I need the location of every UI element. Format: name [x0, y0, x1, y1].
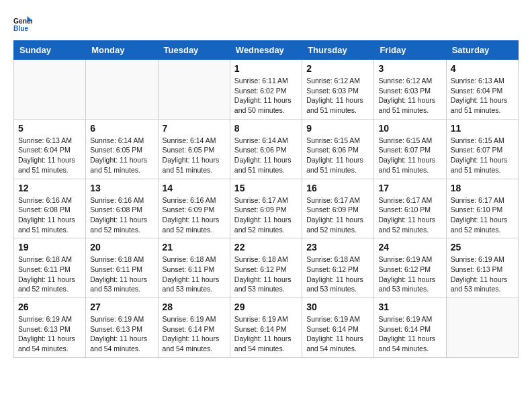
calendar-day-cell: 16Sunrise: 6:17 AM Sunset: 6:09 PM Dayli… — [302, 179, 374, 238]
day-info: Sunrise: 6:16 AM Sunset: 6:08 PM Dayligh… — [90, 195, 153, 235]
day-info: Sunrise: 6:13 AM Sunset: 6:04 PM Dayligh… — [18, 136, 81, 175]
day-number: 21 — [163, 242, 226, 253]
logo: General Blue — [13, 13, 35, 34]
day-info: Sunrise: 6:16 AM Sunset: 6:08 PM Dayligh… — [18, 195, 81, 235]
day-number: 19 — [18, 242, 81, 253]
calendar-week-row: 26Sunrise: 6:19 AM Sunset: 6:13 PM Dayli… — [14, 298, 519, 358]
day-info: Sunrise: 6:17 AM Sunset: 6:09 PM Dayligh… — [234, 195, 298, 235]
calendar-day-cell: 3Sunrise: 6:12 AM Sunset: 6:03 PM Daylig… — [374, 60, 446, 120]
calendar-table: SundayMondayTuesdayWednesdayThursdayFrid… — [13, 40, 519, 358]
calendar-day-cell: 14Sunrise: 6:16 AM Sunset: 6:09 PM Dayli… — [158, 179, 230, 238]
day-info: Sunrise: 6:14 AM Sunset: 6:06 PM Dayligh… — [234, 136, 298, 175]
day-info: Sunrise: 6:16 AM Sunset: 6:09 PM Dayligh… — [163, 195, 226, 235]
calendar-day-cell: 15Sunrise: 6:17 AM Sunset: 6:09 PM Dayli… — [230, 179, 302, 238]
day-info: Sunrise: 6:17 AM Sunset: 6:10 PM Dayligh… — [451, 195, 514, 235]
day-number: 17 — [378, 183, 441, 193]
calendar-day-cell: 31Sunrise: 6:19 AM Sunset: 6:14 PM Dayli… — [374, 298, 446, 358]
weekday-header-thursday: Thursday — [302, 41, 374, 60]
calendar-day-cell: 25Sunrise: 6:19 AM Sunset: 6:13 PM Dayli… — [446, 238, 518, 298]
calendar-day-cell — [86, 60, 158, 120]
day-number: 27 — [90, 302, 153, 312]
day-info: Sunrise: 6:15 AM Sunset: 6:06 PM Dayligh… — [306, 136, 369, 175]
day-info: Sunrise: 6:17 AM Sunset: 6:09 PM Dayligh… — [306, 195, 369, 235]
calendar-week-row: 5Sunrise: 6:13 AM Sunset: 6:04 PM Daylig… — [14, 119, 519, 179]
day-number: 28 — [163, 302, 226, 312]
day-info: Sunrise: 6:18 AM Sunset: 6:11 PM Dayligh… — [18, 255, 81, 294]
calendar-day-cell: 9Sunrise: 6:15 AM Sunset: 6:06 PM Daylig… — [302, 119, 374, 179]
day-number: 13 — [90, 183, 153, 193]
calendar-day-cell: 24Sunrise: 6:19 AM Sunset: 6:12 PM Dayli… — [374, 238, 446, 298]
page-header: General Blue — [13, 13, 519, 34]
weekday-header-sunday: Sunday — [14, 41, 86, 60]
day-number: 11 — [451, 123, 514, 134]
calendar-header-row: SundayMondayTuesdayWednesdayThursdayFrid… — [14, 41, 519, 60]
calendar-week-row: 19Sunrise: 6:18 AM Sunset: 6:11 PM Dayli… — [14, 238, 519, 298]
day-info: Sunrise: 6:19 AM Sunset: 6:14 PM Dayligh… — [378, 314, 441, 354]
day-info: Sunrise: 6:15 AM Sunset: 6:07 PM Dayligh… — [451, 136, 514, 175]
weekday-header-friday: Friday — [374, 41, 446, 60]
calendar-day-cell: 21Sunrise: 6:18 AM Sunset: 6:11 PM Dayli… — [158, 238, 230, 298]
weekday-header-saturday: Saturday — [446, 41, 518, 60]
calendar-day-cell: 18Sunrise: 6:17 AM Sunset: 6:10 PM Dayli… — [446, 179, 518, 238]
calendar-day-cell: 17Sunrise: 6:17 AM Sunset: 6:10 PM Dayli… — [374, 179, 446, 238]
day-info: Sunrise: 6:12 AM Sunset: 6:03 PM Dayligh… — [378, 76, 441, 116]
day-number: 7 — [163, 123, 226, 134]
day-info: Sunrise: 6:19 AM Sunset: 6:13 PM Dayligh… — [90, 314, 153, 354]
day-info: Sunrise: 6:18 AM Sunset: 6:12 PM Dayligh… — [306, 255, 369, 294]
day-number: 10 — [378, 123, 441, 134]
day-info: Sunrise: 6:12 AM Sunset: 6:03 PM Dayligh… — [306, 76, 369, 116]
day-number: 31 — [378, 302, 441, 312]
day-number: 26 — [18, 302, 81, 312]
day-info: Sunrise: 6:18 AM Sunset: 6:11 PM Dayligh… — [163, 255, 226, 294]
weekday-header-wednesday: Wednesday — [230, 41, 302, 60]
day-number: 30 — [306, 302, 369, 312]
day-info: Sunrise: 6:18 AM Sunset: 6:11 PM Dayligh… — [90, 255, 153, 294]
day-info: Sunrise: 6:14 AM Sunset: 6:05 PM Dayligh… — [90, 136, 153, 175]
calendar-day-cell: 5Sunrise: 6:13 AM Sunset: 6:04 PM Daylig… — [14, 119, 86, 179]
day-number: 14 — [163, 183, 226, 193]
day-info: Sunrise: 6:18 AM Sunset: 6:12 PM Dayligh… — [234, 255, 298, 294]
weekday-header-monday: Monday — [86, 41, 158, 60]
day-number: 18 — [451, 183, 514, 193]
calendar-day-cell: 11Sunrise: 6:15 AM Sunset: 6:07 PM Dayli… — [446, 119, 518, 179]
calendar-day-cell: 28Sunrise: 6:19 AM Sunset: 6:14 PM Dayli… — [158, 298, 230, 358]
calendar-day-cell: 30Sunrise: 6:19 AM Sunset: 6:14 PM Dayli… — [302, 298, 374, 358]
day-number: 22 — [234, 242, 298, 253]
day-info: Sunrise: 6:11 AM Sunset: 6:02 PM Dayligh… — [234, 76, 298, 116]
calendar-day-cell: 10Sunrise: 6:15 AM Sunset: 6:07 PM Dayli… — [374, 119, 446, 179]
calendar-day-cell: 27Sunrise: 6:19 AM Sunset: 6:13 PM Dayli… — [86, 298, 158, 358]
day-number: 24 — [378, 242, 441, 253]
day-number: 2 — [306, 63, 369, 74]
calendar-day-cell: 2Sunrise: 6:12 AM Sunset: 6:03 PM Daylig… — [302, 60, 374, 120]
day-info: Sunrise: 6:19 AM Sunset: 6:14 PM Dayligh… — [306, 314, 369, 354]
day-number: 8 — [234, 123, 298, 134]
day-info: Sunrise: 6:15 AM Sunset: 6:07 PM Dayligh… — [378, 136, 441, 175]
day-info: Sunrise: 6:19 AM Sunset: 6:13 PM Dayligh… — [18, 314, 81, 354]
day-number: 25 — [451, 242, 514, 253]
day-number: 20 — [90, 242, 153, 253]
day-info: Sunrise: 6:19 AM Sunset: 6:14 PM Dayligh… — [234, 314, 298, 354]
calendar-day-cell: 22Sunrise: 6:18 AM Sunset: 6:12 PM Dayli… — [230, 238, 302, 298]
logo-icon: General Blue — [13, 15, 32, 34]
calendar-day-cell — [158, 60, 230, 120]
calendar-day-cell: 20Sunrise: 6:18 AM Sunset: 6:11 PM Dayli… — [86, 238, 158, 298]
calendar-day-cell: 29Sunrise: 6:19 AM Sunset: 6:14 PM Dayli… — [230, 298, 302, 358]
calendar-day-cell: 7Sunrise: 6:14 AM Sunset: 6:05 PM Daylig… — [158, 119, 230, 179]
calendar-week-row: 1Sunrise: 6:11 AM Sunset: 6:02 PM Daylig… — [14, 60, 519, 120]
day-number: 9 — [306, 123, 369, 134]
day-number: 1 — [234, 63, 298, 74]
day-number: 29 — [234, 302, 298, 312]
calendar-day-cell: 23Sunrise: 6:18 AM Sunset: 6:12 PM Dayli… — [302, 238, 374, 298]
calendar-day-cell: 6Sunrise: 6:14 AM Sunset: 6:05 PM Daylig… — [86, 119, 158, 179]
day-info: Sunrise: 6:14 AM Sunset: 6:05 PM Dayligh… — [163, 136, 226, 175]
day-info: Sunrise: 6:19 AM Sunset: 6:12 PM Dayligh… — [378, 255, 441, 294]
day-number: 23 — [306, 242, 369, 253]
calendar-week-row: 12Sunrise: 6:16 AM Sunset: 6:08 PM Dayli… — [14, 179, 519, 238]
day-number: 16 — [306, 183, 369, 193]
day-info: Sunrise: 6:19 AM Sunset: 6:13 PM Dayligh… — [451, 255, 514, 294]
calendar-day-cell: 4Sunrise: 6:13 AM Sunset: 6:04 PM Daylig… — [446, 60, 518, 120]
day-number: 5 — [18, 123, 81, 134]
weekday-header-tuesday: Tuesday — [158, 41, 230, 60]
calendar-day-cell: 26Sunrise: 6:19 AM Sunset: 6:13 PM Dayli… — [14, 298, 86, 358]
day-number: 15 — [234, 183, 298, 193]
